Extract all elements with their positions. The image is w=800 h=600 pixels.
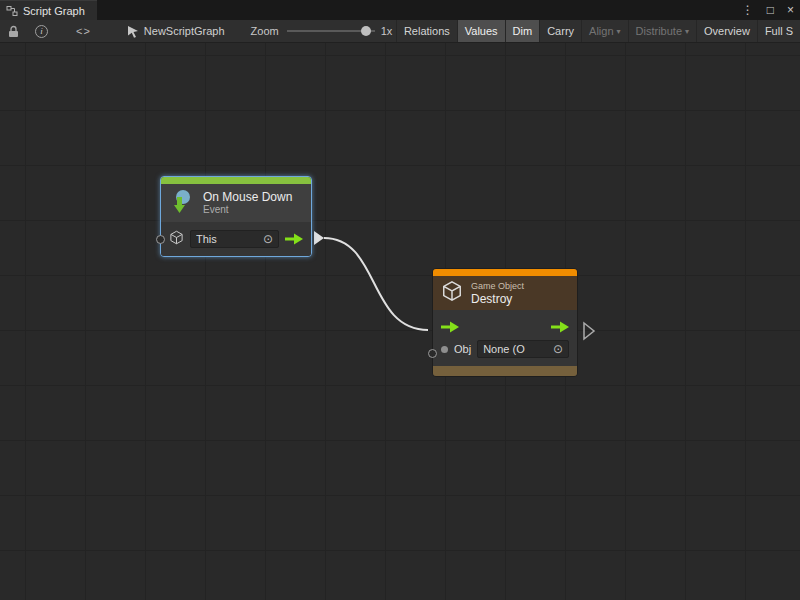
flow-output-port[interactable]	[551, 321, 569, 333]
node-title: Destroy	[471, 292, 524, 306]
align-label: Align	[589, 25, 613, 37]
zoom-slider[interactable]	[287, 24, 375, 38]
carry-button[interactable]: Carry	[539, 20, 581, 42]
macro-arrow-icon	[127, 25, 139, 38]
event-accent-bar	[161, 177, 311, 184]
flow-output-port[interactable]	[285, 233, 303, 245]
obj-row: Obj None (O ⊙	[441, 338, 569, 360]
target-field[interactable]: This ⊙	[190, 230, 279, 248]
connection-wire[interactable]	[324, 238, 428, 330]
align-button[interactable]: Align ▾	[581, 20, 627, 42]
toolbar-buttons: Relations Values Dim Carry Align ▾ Distr…	[396, 20, 800, 42]
distribute-label: Distribute	[636, 25, 682, 37]
graph-tab-icon	[6, 5, 18, 17]
dim-button[interactable]: Dim	[505, 20, 540, 42]
node-footer-bar	[433, 366, 577, 376]
zoom-label: Zoom	[251, 25, 279, 37]
target-icon[interactable]: ⊙	[263, 234, 273, 245]
window-titlebar: Script Graph ⋮ □ ×	[0, 0, 800, 20]
connections-layer	[0, 43, 800, 600]
close-icon[interactable]: ×	[787, 0, 794, 20]
graph-toolbar: i <> NewScriptGraph Zoom 1x Relations Va…	[0, 20, 800, 43]
tab-label: Script Graph	[23, 5, 85, 17]
relations-button[interactable]: Relations	[396, 20, 457, 42]
node-category: Game Object	[471, 281, 524, 292]
value-input-port[interactable]	[156, 235, 165, 244]
chevron-down-icon: ▾	[617, 27, 621, 36]
node-on-mouse-down[interactable]: On Mouse Down Event This ⊙	[160, 176, 312, 257]
zoom-value: 1x	[381, 25, 393, 37]
window-menu-icon[interactable]: ⋮	[742, 0, 754, 20]
obj-label: Obj	[454, 343, 471, 355]
graph-canvas[interactable]: On Mouse Down Event This ⊙	[0, 43, 800, 600]
values-button[interactable]: Values	[457, 20, 505, 42]
connection-start-arrow	[314, 231, 324, 245]
node-subtitle: Event	[203, 204, 292, 216]
gameobject-cube-icon	[169, 230, 184, 249]
obj-field[interactable]: None (O ⊙	[477, 340, 569, 358]
on-mouse-down-event-icon	[169, 188, 195, 218]
window-controls: ⋮ □ ×	[742, 0, 794, 20]
graph-reference[interactable]: NewScriptGraph	[127, 25, 225, 38]
node-body: This ⊙	[161, 222, 311, 256]
script-graph-window: Script Graph ⋮ □ × i <> NewScriptGraph Z…	[0, 0, 800, 600]
overview-button[interactable]: Overview	[696, 20, 757, 42]
flow-row	[441, 316, 569, 338]
fullscreen-button[interactable]: Full S	[757, 20, 800, 42]
target-field-value: This	[196, 233, 217, 245]
node-title: On Mouse Down	[203, 190, 292, 204]
flow-input-port[interactable]	[441, 321, 459, 333]
code-icon[interactable]: <>	[76, 25, 91, 37]
gameobject-cube-icon	[441, 280, 463, 306]
maximize-icon[interactable]: □	[767, 0, 774, 20]
info-icon[interactable]: i	[35, 25, 48, 38]
node-header[interactable]: Game Object Destroy	[433, 276, 577, 310]
node-destroy[interactable]: Game Object Destroy Obj	[432, 268, 578, 377]
destroy-accent-bar	[433, 269, 577, 276]
node-header[interactable]: On Mouse Down Event	[161, 184, 311, 222]
tab-script-graph[interactable]: Script Graph	[0, 0, 97, 20]
distribute-button[interactable]: Distribute ▾	[628, 20, 696, 42]
lock-icon[interactable]	[8, 25, 19, 38]
obj-field-value: None (O	[483, 343, 525, 355]
chevron-down-icon: ▾	[685, 27, 689, 36]
node-body: Obj None (O ⊙	[433, 310, 577, 366]
zoom-slider-knob[interactable]	[361, 26, 371, 36]
target-icon[interactable]: ⊙	[553, 344, 563, 355]
obj-input-port[interactable]	[428, 349, 437, 358]
obj-port-dot	[441, 346, 448, 353]
graph-name-label: NewScriptGraph	[144, 25, 225, 37]
flow-continuation-triangle	[584, 323, 594, 339]
